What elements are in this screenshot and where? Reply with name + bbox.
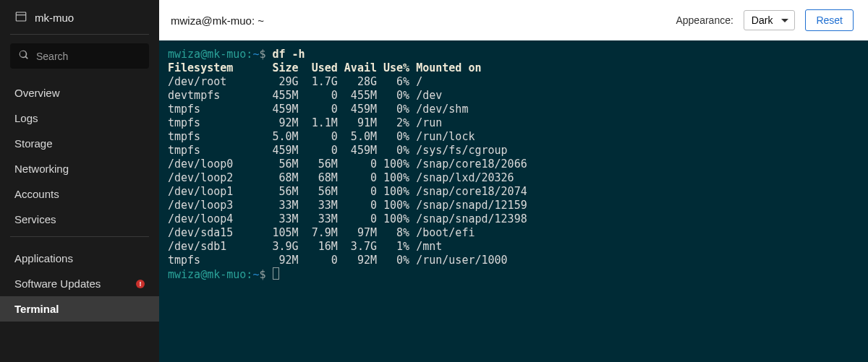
terminal-row: tmpfs 92M 0 92M 0% /run/user/1000 [168, 254, 859, 267]
sidebar-item-logs[interactable]: Logs [0, 105, 159, 131]
main: mwiza@mk-muo: ~ Appearance: Dark Reset m… [159, 0, 868, 362]
divider [10, 34, 149, 35]
prompt-user-host: mwiza@mk-muo: [168, 268, 252, 281]
sidebar-item-label: Logs [14, 112, 38, 124]
sidebar-item-label: Services [14, 213, 56, 225]
terminal-row: /dev/loop2 68M 68M 0 100% /snap/lxd/2032… [168, 171, 859, 185]
sidebar-host[interactable]: mk-muo [0, 0, 159, 34]
terminal-row: /dev/loop3 33M 33M 0 100% /snap/snapd/12… [168, 199, 859, 212]
terminal-row: tmpfs 5.0M 0 5.0M 0% /run/lock [168, 130, 859, 144]
appearance-value: Dark [752, 14, 773, 26]
sidebar-item-storage[interactable]: Storage [0, 131, 159, 156]
reset-button[interactable]: Reset [805, 9, 854, 31]
svg-rect-0 [16, 12, 26, 21]
search-icon [19, 50, 29, 62]
terminal-row: /dev/root 29G 1.7G 28G 6% / [168, 75, 859, 89]
terminal-row: /dev/sdb1 3.9G 16M 3.7G 1% /mnt [168, 240, 859, 254]
sidebar-item-label: Networking [14, 163, 69, 175]
terminal-row: /dev/loop0 56M 56M 0 100% /snap/core18/2… [168, 158, 859, 171]
appearance-select[interactable]: Dark [744, 10, 796, 30]
topbar-right: Appearance: Dark Reset [676, 9, 854, 31]
sidebar-item-networking[interactable]: Networking [0, 156, 159, 181]
search-input-container[interactable] [10, 43, 149, 69]
prompt-user-host: mwiza@mk-muo: [168, 48, 252, 61]
search-input[interactable] [36, 51, 140, 62]
cursor-icon [273, 267, 279, 280]
sidebar-item-label: Accounts [14, 188, 59, 200]
sidebar-host-label: mk-muo [35, 12, 74, 24]
appearance-label: Appearance: [676, 14, 733, 26]
nav-group-1: OverviewLogsStorageNetworkingAccountsSer… [0, 80, 159, 232]
terminal-row: tmpfs 459M 0 459M 0% /sys/fs/cgroup [168, 144, 859, 158]
sidebar: mk-muo OverviewLogsStorageNetworkingAcco… [0, 0, 159, 362]
sidebar-item-applications[interactable]: Applications [0, 246, 159, 271]
terminal-row: /dev/loop1 56M 56M 0 100% /snap/core18/2… [168, 185, 859, 199]
nav-group-2: ApplicationsSoftware Updates!Terminal [0, 246, 159, 322]
sidebar-item-software-updates[interactable]: Software Updates! [0, 271, 159, 296]
terminal-line: mwiza@mk-muo:~$ df -h [168, 48, 859, 61]
divider [10, 236, 149, 237]
terminal-command: df -h [273, 48, 305, 61]
sidebar-item-label: Storage [14, 137, 53, 150]
sidebar-item-label: Overview [14, 87, 60, 99]
terminal-line: mwiza@mk-muo:~$ [168, 267, 859, 282]
terminal[interactable]: mwiza@mk-muo:~$ df -hFilesystem Size Use… [159, 40, 868, 362]
prompt-dollar: $ [259, 268, 272, 281]
sidebar-item-label: Terminal [14, 303, 59, 315]
topbar: mwiza@mk-muo: ~ Appearance: Dark Reset [159, 0, 868, 40]
server-icon [14, 10, 27, 25]
sidebar-item-accounts[interactable]: Accounts [0, 181, 159, 207]
sidebar-item-label: Software Updates [14, 277, 101, 290]
terminal-row: /dev/loop4 33M 33M 0 100% /snap/snapd/12… [168, 212, 859, 226]
terminal-row: tmpfs 92M 1.1M 91M 2% /run [168, 116, 859, 130]
terminal-header: Filesystem Size Used Avail Use% Mounted … [168, 61, 859, 75]
terminal-row: tmpfs 459M 0 459M 0% /dev/shm [168, 103, 859, 116]
sidebar-item-label: Applications [14, 252, 73, 264]
sidebar-item-services[interactable]: Services [0, 207, 159, 232]
alert-icon: ! [136, 280, 145, 288]
terminal-row: devtmpfs 455M 0 455M 0% /dev [168, 89, 859, 103]
sidebar-item-overview[interactable]: Overview [0, 80, 159, 105]
sidebar-item-terminal[interactable]: Terminal [0, 296, 159, 322]
breadcrumb: mwiza@mk-muo: ~ [171, 14, 264, 27]
prompt-dollar: $ [259, 48, 272, 61]
chevron-down-icon [781, 19, 788, 22]
terminal-row: /dev/sda15 105M 7.9M 97M 8% /boot/efi [168, 226, 859, 240]
